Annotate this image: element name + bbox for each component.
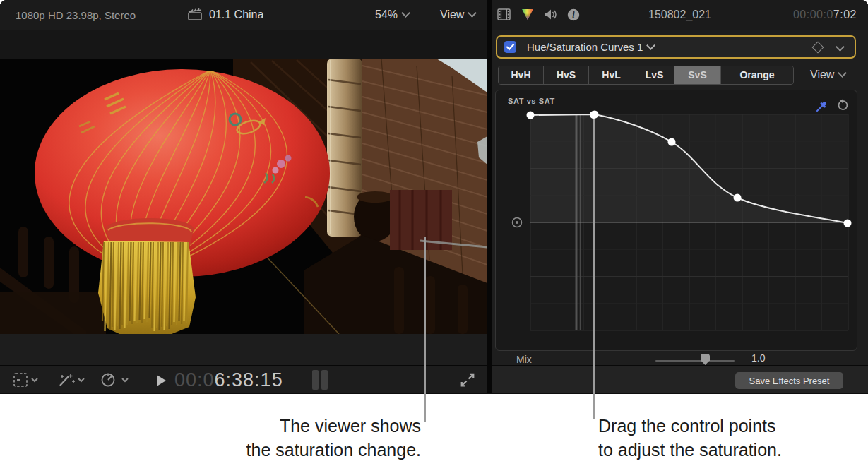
- curve-control-point-3[interactable]: [734, 194, 742, 202]
- chevron-down-icon: [646, 41, 655, 50]
- screenshot-root: 1080p HD 23.98p, Stereo 01.1 China 54% V…: [0, 0, 868, 466]
- tab-hvh[interactable]: HvH: [499, 66, 543, 84]
- curve-control-point-highlight[interactable]: [590, 111, 598, 119]
- mix-slider-track[interactable]: [655, 360, 735, 362]
- retime-menu-button[interactable]: [100, 372, 130, 390]
- curve-type-tabs: HvH HvS HvL LvS SvS Orange: [498, 66, 794, 85]
- tab-svs-selected[interactable]: SvS: [674, 66, 720, 84]
- curve-control-point-4[interactable]: [844, 220, 852, 227]
- play-button[interactable]: [157, 375, 166, 386]
- inspector-header: i 150802_021 00:00:07:02: [492, 0, 868, 30]
- curve-editor[interactable]: [496, 90, 857, 350]
- tab-hvl[interactable]: HvL: [588, 66, 634, 84]
- mix-parameter-row: Mix 1.0: [492, 351, 868, 365]
- audio-meter-left[interactable]: [312, 370, 319, 390]
- color-inspector-pane: i 150802_021 00:00:07:02 Hue/Saturation …: [492, 0, 868, 394]
- fcp-window: 1080p HD 23.98p, Stereo 01.1 China 54% V…: [0, 0, 868, 394]
- curve-control-point-0[interactable]: [527, 112, 535, 119]
- clip-format-label: 1080p HD 23.98p, Stereo: [16, 9, 136, 21]
- callout-line-control-point: [593, 115, 595, 419]
- mix-slider-thumb[interactable]: [701, 354, 710, 365]
- reset-curve-icon[interactable]: [836, 99, 849, 114]
- chevron-down-icon: [838, 68, 848, 78]
- effect-enabled-checkbox[interactable]: [504, 41, 516, 53]
- keyframe-diamond-icon[interactable]: [812, 42, 824, 54]
- mix-value[interactable]: 1.0: [751, 352, 765, 364]
- effect-name-menu[interactable]: Hue/Saturation Curves 1: [527, 41, 654, 53]
- save-effects-preset-button[interactable]: Save Effects Preset: [735, 372, 843, 389]
- sat-vs-sat-curve-panel: SAT vs SAT: [495, 90, 857, 351]
- curve-control-point-2[interactable]: [668, 138, 676, 146]
- tab-hvs[interactable]: HvS: [543, 66, 588, 84]
- expand-viewer-icon[interactable]: [459, 371, 476, 391]
- chevron-down-icon[interactable]: [836, 42, 845, 52]
- audio-meter-right[interactable]: [321, 370, 328, 390]
- viewer-toolbar: 00:06:38:15: [0, 365, 487, 394]
- curve-title: SAT vs SAT: [508, 97, 555, 105]
- viewer-view-menu[interactable]: View: [440, 8, 475, 21]
- viewer-timecode[interactable]: 00:06:38:15: [174, 369, 283, 391]
- inspector-footer-bar: Save Effects Preset: [492, 365, 868, 394]
- chevron-down-icon: [401, 8, 410, 18]
- callout-line-viewer: [424, 237, 426, 422]
- range-selection-tool-button[interactable]: [13, 372, 38, 390]
- window-bottom-edge: [0, 393, 868, 394]
- viewer-header: 1080p HD 23.98p, Stereo 01.1 China 54% V…: [0, 0, 487, 30]
- mix-label: Mix: [516, 354, 532, 365]
- viewer-pane: 1080p HD 23.98p, Stereo 01.1 China 54% V…: [0, 0, 487, 394]
- viewer-background-strip: [0, 334, 487, 365]
- viewer-zoom-menu[interactable]: 54%: [375, 8, 409, 21]
- caption-viewer: The viewer shows the saturation change.: [246, 414, 421, 462]
- tab-lvs[interactable]: LvS: [634, 66, 674, 84]
- tab-orange[interactable]: Orange: [720, 66, 793, 84]
- curves-view-menu[interactable]: View: [810, 68, 845, 81]
- inspector-timecode: 00:00:07:02: [793, 8, 857, 21]
- chevron-down-icon: [468, 8, 477, 18]
- caption-control-points: Drag the control points to adjust the sa…: [598, 414, 782, 462]
- clapper-icon: [188, 8, 202, 24]
- video-frame-lantern-scene: [0, 59, 487, 334]
- effect-row-hue-saturation-curves[interactable]: Hue/Saturation Curves 1: [496, 35, 856, 59]
- enhancements-wand-button[interactable]: [57, 372, 85, 390]
- eyedropper-icon[interactable]: [815, 99, 829, 116]
- viewer-clip-title: 01.1 China: [209, 8, 263, 21]
